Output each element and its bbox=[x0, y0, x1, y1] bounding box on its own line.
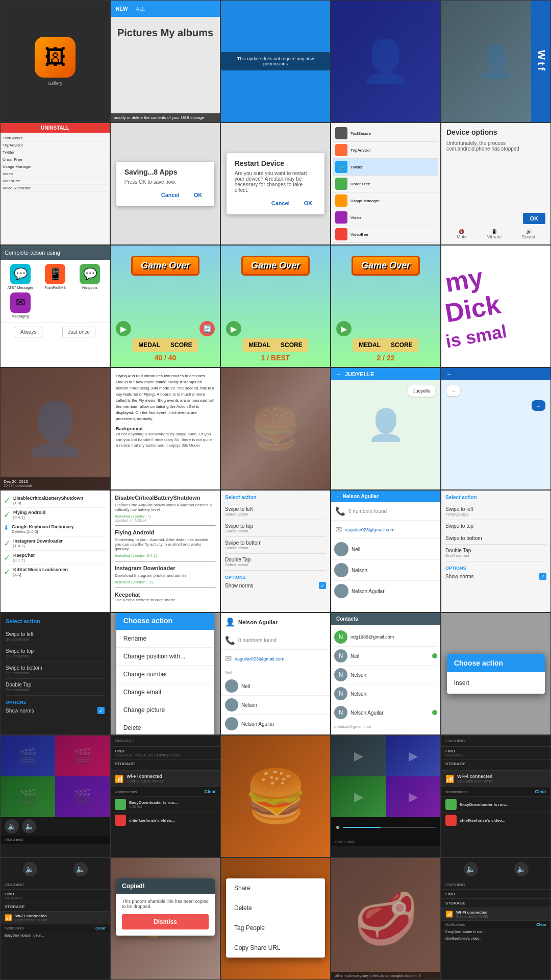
cell-r1c4: 👤 bbox=[331, 0, 441, 122]
back-arrow-contacts[interactable]: ← bbox=[336, 494, 343, 499]
play-button-3[interactable]: ▶ bbox=[336, 321, 352, 336]
play-button-2[interactable]: ▶ bbox=[226, 321, 241, 336]
swipe-top-option-2[interactable]: Swipe to top bbox=[445, 520, 546, 532]
tag-people-option[interactable]: Tag People bbox=[226, 918, 325, 938]
clear-button[interactable]: Clear bbox=[204, 789, 216, 794]
show-norms-checkbox-dark[interactable]: ✓ bbox=[97, 707, 105, 714]
vibrate-button[interactable]: 📳Vibrate bbox=[487, 229, 502, 239]
delete-option[interactable]: Delete bbox=[116, 719, 215, 736]
double-tap-dark[interactable]: Double Tap Select action bbox=[6, 679, 105, 696]
ndg-contact[interactable]: N ndg1988@gmail.com bbox=[334, 628, 437, 647]
nelson-contact-2[interactable]: N Nelson bbox=[334, 684, 437, 703]
mute-button[interactable]: 🔇Mute bbox=[457, 229, 467, 239]
double-tap-option[interactable]: Double Tap Select action bbox=[225, 554, 326, 571]
food-photo-2: 🥩 bbox=[354, 889, 418, 949]
just-once-button[interactable]: Just once bbox=[62, 327, 95, 337]
change-picture-option[interactable]: Change picture bbox=[116, 701, 215, 719]
uninstall-btn[interactable]: UNINSTALL bbox=[1, 123, 110, 133]
swipe-left-option-2[interactable]: Swipe to left InRange.app bbox=[445, 503, 546, 520]
clear-btn-3[interactable]: Clear bbox=[95, 926, 106, 930]
play-button[interactable]: ▶ bbox=[116, 321, 131, 336]
hangouts-app[interactable]: 💬 Hangouts bbox=[74, 264, 106, 289]
wifi-notification: 📶 Wi-Fi connected Connected to 'WHI2' bbox=[111, 770, 220, 787]
vol-slider-4[interactable]: 🔈 bbox=[514, 862, 529, 876]
gallery-app-icon[interactable]: 🖼 bbox=[35, 37, 76, 78]
vol-slider-1[interactable]: 🔈 bbox=[23, 862, 37, 876]
nelson-contact-1[interactable]: N Nelson bbox=[334, 666, 437, 684]
email-display[interactable]: naguilar023@gmail.com bbox=[235, 656, 284, 662]
contact-item-nelson[interactable]: Nelson bbox=[221, 696, 330, 715]
copy-link-option[interactable]: Copy Share URL bbox=[226, 938, 325, 958]
pushforsms-app[interactable]: 📱 PushForSMS bbox=[39, 264, 71, 289]
contact-nelson-1[interactable]: Nelson bbox=[331, 560, 440, 581]
app-list-item[interactable]: Usage Manager bbox=[3, 163, 108, 170]
vol-slider-2[interactable]: 🔈 bbox=[73, 862, 88, 876]
vol-icon-2[interactable]: 🔈 bbox=[22, 819, 36, 834]
contacts-header: ← Nelson Aguilar bbox=[331, 491, 440, 502]
cancel-button[interactable]: Cancel bbox=[157, 190, 184, 200]
always-button[interactable]: Always bbox=[15, 327, 42, 337]
rename-option[interactable]: Rename bbox=[116, 630, 215, 648]
contact-item-neil[interactable]: Neil bbox=[221, 677, 330, 696]
app-list-item[interactable]: TextSecure bbox=[3, 135, 108, 142]
ok-button[interactable]: OK bbox=[190, 190, 207, 200]
update-notification: This update does not require any new per… bbox=[221, 52, 330, 70]
swipe-top-dark[interactable]: Swipe to top Select action bbox=[6, 645, 105, 662]
thumb-2[interactable]: 🎬 bbox=[55, 736, 110, 776]
ok-button-3[interactable]: OK bbox=[523, 213, 546, 224]
outgoing-message: ... bbox=[532, 400, 545, 411]
my-albums-tab[interactable]: My albums bbox=[161, 27, 213, 39]
sound-button[interactable]: 🔊Sound bbox=[522, 229, 535, 239]
swipe-bottom-option[interactable]: Swipe to bottom Select action bbox=[225, 537, 326, 554]
change-number-option[interactable]: Change number bbox=[116, 666, 215, 683]
app-list-item[interactable]: Unrar Free bbox=[3, 156, 108, 163]
neil-contact[interactable]: N Neil bbox=[334, 647, 437, 666]
back-arrow[interactable]: ← bbox=[336, 371, 342, 377]
app-list-item[interactable]: Voice Recorder bbox=[3, 185, 108, 192]
app-list-item[interactable]: TripAdvisor bbox=[3, 142, 108, 149]
contact-item-nelson-aguilar[interactable]: Nelson Aguilar bbox=[221, 715, 330, 733]
show-norms-checkbox-2[interactable]: ✓ bbox=[539, 573, 546, 580]
swipe-left-dark[interactable]: Swipe to left Select action bbox=[6, 628, 105, 645]
video-thumb-4[interactable]: ▶ bbox=[386, 776, 440, 817]
nelson-aguilar-contact[interactable]: N Nelson Aguilar bbox=[334, 703, 437, 722]
ok-button-2[interactable]: OK bbox=[300, 198, 317, 208]
thumb-1[interactable]: 🎬 bbox=[1, 736, 55, 776]
swipe-left-option[interactable]: Swipe to left Select action bbox=[225, 503, 326, 520]
video-thumb-3[interactable]: ▶ bbox=[331, 776, 386, 817]
swipe-bottom-option-2[interactable]: Swipe to bottom bbox=[445, 532, 546, 545]
app-list-item[interactable]: Twitter bbox=[3, 149, 108, 156]
contact-email[interactable]: naguilar023@gmail.com bbox=[345, 527, 394, 532]
contact-neil[interactable]: Neil bbox=[331, 539, 440, 560]
tab-new[interactable]: NEW bbox=[116, 6, 128, 12]
instagram-desc: Download Instagram photos and admin bbox=[115, 573, 216, 578]
vol-slider-3[interactable]: 🔈 bbox=[464, 862, 478, 876]
double-tap-option-2[interactable]: Double Tap Don't contact bbox=[445, 545, 546, 561]
messaging-app[interactable]: ✉ Messaging bbox=[5, 292, 36, 318]
change-email-option[interactable]: Change email bbox=[116, 683, 215, 701]
pictures-tab[interactable]: Pictures bbox=[117, 27, 158, 39]
dismiss-button[interactable]: Dismiss bbox=[122, 914, 209, 929]
swipe-top-option[interactable]: Swipe to top Select action bbox=[225, 520, 326, 537]
video-thumb-2[interactable]: ▶ bbox=[386, 736, 440, 776]
back-arrow-2[interactable]: ← bbox=[446, 371, 452, 377]
insert-option[interactable]: Insert bbox=[447, 672, 545, 694]
thumb-3[interactable]: 🎬 bbox=[1, 776, 55, 817]
clear-btn-4[interactable]: Clear bbox=[536, 922, 546, 927]
change-position-option[interactable]: Change position with... bbox=[116, 648, 215, 666]
swipe-bottom-dark[interactable]: Swipe to bottom Select action bbox=[6, 662, 105, 679]
delete-option-share[interactable]: Delete bbox=[226, 898, 325, 918]
clear-button-2[interactable]: Clear bbox=[535, 789, 546, 794]
app-list-item[interactable]: VideoBee bbox=[3, 178, 108, 185]
app-list-item[interactable]: Video bbox=[3, 170, 108, 178]
show-norms-checkbox[interactable]: ✓ bbox=[319, 582, 326, 589]
cancel-button-2[interactable]: Cancel bbox=[267, 198, 294, 208]
att-messages-app[interactable]: 💬 AT&T Messages bbox=[5, 264, 36, 289]
video-thumb-1[interactable]: ▶ bbox=[331, 736, 386, 776]
tab-all[interactable]: ALL bbox=[136, 6, 145, 12]
share-option[interactable]: Share bbox=[226, 878, 325, 898]
vol-icon-1[interactable]: 🔈 bbox=[5, 819, 19, 834]
restart-button[interactable]: 🔄 bbox=[199, 321, 215, 336]
thumb-4[interactable]: 🎬 bbox=[55, 776, 110, 817]
contact-nelson-aguilar[interactable]: Nelson Aguilar bbox=[331, 581, 440, 601]
